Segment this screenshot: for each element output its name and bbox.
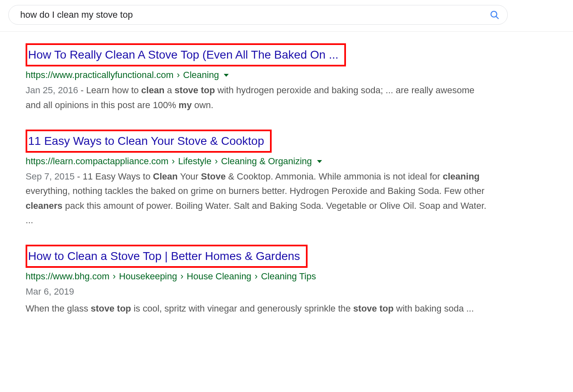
result-snippet: Sep 7, 2015 - 11 Easy Ways to Clean Your… [26, 169, 487, 227]
snippet-bold: clean [141, 85, 164, 95]
breadcrumb-item: Cleaning Tips [261, 271, 316, 282]
breadcrumb-separator: › [255, 271, 258, 282]
result-date: Mar 6, 2019 [26, 286, 74, 297]
result-url-base: https://www.bhg.com [26, 271, 109, 282]
breadcrumb-separator: › [172, 156, 175, 167]
result-date-line: Mar 6, 2019 [26, 284, 487, 299]
breadcrumb-separator: › [180, 271, 183, 282]
snippet-text: When the glass [26, 303, 91, 314]
snippet-text: everything, nothing tackles the baked on… [26, 186, 485, 196]
chevron-down-icon[interactable] [224, 74, 229, 77]
breadcrumb-item: House Cleaning [187, 271, 251, 282]
result-url-base: https://www.practicallyfunctional.com [26, 70, 173, 80]
breadcrumb-item: Housekeeping [119, 271, 177, 282]
result-date: Sep 7, 2015 [26, 171, 75, 182]
result-title-link[interactable]: How to Clean a Stove Top | Better Homes … [28, 250, 300, 262]
breadcrumb-item: Cleaning [183, 70, 219, 80]
snippet-text: a [164, 85, 174, 95]
search-result: 11 Easy Ways to Clean Your Stove & Cookt… [26, 130, 487, 227]
breadcrumb-item: Lifestyle [178, 156, 211, 167]
search-bar [8, 5, 508, 25]
search-result: How To Really Clean A Stove Top (Even Al… [26, 43, 487, 112]
breadcrumb-separator: › [113, 271, 116, 282]
search-input[interactable] [19, 9, 489, 21]
result-url-line[interactable]: https://www.practicallyfunctional.com›Cl… [26, 70, 487, 80]
breadcrumb-separator: › [177, 70, 180, 80]
svg-line-1 [496, 17, 499, 19]
snippet-bold: stove top [175, 85, 215, 95]
breadcrumb-item: Cleaning & Organizing [221, 156, 312, 167]
snippet-text: is cool, spritz with vinegar and generou… [131, 303, 353, 314]
svg-point-0 [491, 11, 497, 17]
snippet-text: & Cooktop. Ammonia. While ammonia is not… [226, 171, 443, 182]
snippet-text: - Learn how to [78, 85, 141, 95]
snippet-text: own. [192, 100, 213, 110]
result-url-line[interactable]: https://learn.compactappliance.com›Lifes… [26, 156, 487, 167]
result-snippet: When the glass stove top is cool, spritz… [26, 301, 487, 316]
result-title-highlight: How to Clean a Stove Top | Better Homes … [26, 245, 308, 268]
results-list: How To Really Clean A Stove Top (Even Al… [0, 32, 495, 342]
snippet-text: with baking soda ... [393, 303, 474, 314]
chevron-down-icon[interactable] [317, 160, 322, 163]
result-date: Jan 25, 2016 [26, 85, 78, 95]
result-title-link[interactable]: How To Really Clean A Stove Top (Even Al… [28, 48, 339, 61]
snippet-text: Your [178, 171, 201, 182]
snippet-bold: stove top [353, 303, 394, 314]
snippet-bold: cleaning [443, 171, 480, 182]
result-title-link[interactable]: 11 Easy Ways to Clean Your Stove & Cookt… [28, 135, 264, 147]
search-icon[interactable] [489, 9, 500, 20]
snippet-text: pack this amount of power. Boiling Water… [26, 201, 486, 225]
snippet-text: - 11 Easy Ways to [75, 171, 153, 182]
result-title-highlight: How To Really Clean A Stove Top (Even Al… [26, 43, 346, 66]
result-url-line[interactable]: https://www.bhg.com›Housekeeping›House C… [26, 271, 487, 282]
snippet-bold: Stove [201, 171, 226, 182]
snippet-bold: Clean [153, 171, 178, 182]
result-url-base: https://learn.compactappliance.com [26, 156, 168, 167]
result-snippet: Jan 25, 2016 - Learn how to clean a stov… [26, 83, 487, 112]
search-result: How to Clean a Stove Top | Better Homes … [26, 245, 487, 316]
snippet-bold: stove top [91, 303, 131, 314]
snippet-bold: cleaners [26, 201, 62, 211]
breadcrumb-separator: › [215, 156, 218, 167]
result-title-highlight: 11 Easy Ways to Clean Your Stove & Cookt… [26, 130, 272, 153]
snippet-bold: my [179, 100, 192, 110]
search-bar-container [0, 0, 573, 32]
